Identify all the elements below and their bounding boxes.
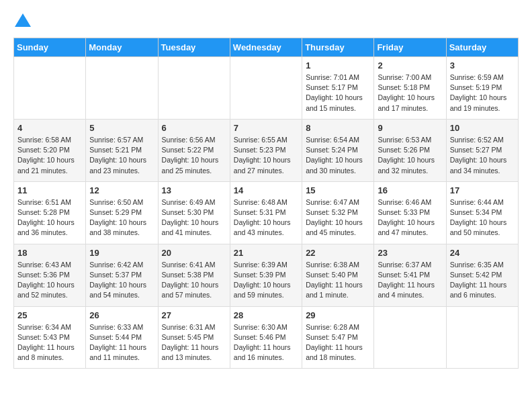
day-info: Sunrise: 6:39 AM Sunset: 5:39 PM Dayligh… — [234, 260, 298, 301]
logo-icon — [15, 13, 31, 27]
day-number: 28 — [234, 310, 298, 320]
week-row-4: 18Sunrise: 6:43 AM Sunset: 5:36 PM Dayli… — [14, 244, 519, 306]
day-info: Sunrise: 7:00 AM Sunset: 5:18 PM Dayligh… — [378, 73, 442, 113]
day-cell: 14Sunrise: 6:48 AM Sunset: 5:31 PM Dayli… — [230, 181, 302, 244]
day-cell: 25Sunrise: 6:34 AM Sunset: 5:43 PM Dayli… — [14, 306, 86, 369]
day-cell: 19Sunrise: 6:42 AM Sunset: 5:37 PM Dayli… — [86, 244, 158, 306]
day-number: 10 — [450, 123, 515, 133]
day-cell — [446, 306, 518, 369]
day-info: Sunrise: 6:43 AM Sunset: 5:36 PM Dayligh… — [17, 260, 82, 301]
day-cell: 11Sunrise: 6:51 AM Sunset: 5:28 PM Dayli… — [14, 181, 86, 244]
calendar-table: SundayMondayTuesdayWednesdayThursdayFrid… — [13, 38, 519, 369]
day-info: Sunrise: 6:55 AM Sunset: 5:23 PM Dayligh… — [234, 135, 298, 176]
day-cell — [230, 57, 302, 120]
page-header — [13, 13, 519, 31]
day-info: Sunrise: 6:54 AM Sunset: 5:24 PM Dayligh… — [306, 135, 370, 176]
week-row-3: 11Sunrise: 6:51 AM Sunset: 5:28 PM Dayli… — [14, 181, 519, 244]
day-cell: 17Sunrise: 6:44 AM Sunset: 5:34 PM Dayli… — [446, 181, 518, 244]
day-number: 24 — [450, 248, 515, 258]
day-number: 17 — [450, 185, 515, 195]
day-info: Sunrise: 6:53 AM Sunset: 5:26 PM Dayligh… — [378, 135, 442, 176]
day-info: Sunrise: 6:58 AM Sunset: 5:20 PM Dayligh… — [17, 135, 82, 176]
day-info: Sunrise: 6:34 AM Sunset: 5:43 PM Dayligh… — [17, 322, 82, 363]
week-row-1: 1Sunrise: 7:01 AM Sunset: 5:17 PM Daylig… — [14, 57, 519, 120]
day-info: Sunrise: 6:37 AM Sunset: 5:41 PM Dayligh… — [378, 260, 442, 301]
day-cell: 15Sunrise: 6:47 AM Sunset: 5:32 PM Dayli… — [302, 181, 374, 244]
day-number: 16 — [378, 185, 442, 195]
day-info: Sunrise: 6:38 AM Sunset: 5:40 PM Dayligh… — [306, 260, 370, 301]
day-info: Sunrise: 6:51 AM Sunset: 5:28 PM Dayligh… — [17, 197, 82, 238]
day-info: Sunrise: 7:01 AM Sunset: 5:17 PM Dayligh… — [306, 73, 370, 113]
day-cell — [14, 57, 86, 120]
day-cell: 18Sunrise: 6:43 AM Sunset: 5:36 PM Dayli… — [14, 244, 86, 306]
day-cell: 7Sunrise: 6:55 AM Sunset: 5:23 PM Daylig… — [230, 119, 302, 181]
day-number: 27 — [162, 310, 226, 320]
day-info: Sunrise: 6:28 AM Sunset: 5:47 PM Dayligh… — [306, 322, 370, 363]
header-monday: Monday — [86, 38, 158, 57]
day-number: 2 — [378, 60, 442, 71]
day-cell: 12Sunrise: 6:50 AM Sunset: 5:29 PM Dayli… — [86, 181, 158, 244]
day-info: Sunrise: 6:56 AM Sunset: 5:22 PM Dayligh… — [162, 135, 226, 176]
day-cell — [86, 57, 158, 120]
day-cell: 9Sunrise: 6:53 AM Sunset: 5:26 PM Daylig… — [374, 119, 446, 181]
day-number: 14 — [234, 185, 298, 195]
day-number: 29 — [306, 310, 370, 320]
day-number: 7 — [234, 123, 298, 133]
day-number: 25 — [17, 310, 82, 320]
day-cell: 8Sunrise: 6:54 AM Sunset: 5:24 PM Daylig… — [302, 119, 374, 181]
day-number: 11 — [17, 185, 82, 195]
day-info: Sunrise: 6:46 AM Sunset: 5:33 PM Dayligh… — [378, 197, 442, 238]
day-number: 19 — [89, 248, 154, 258]
header-row: SundayMondayTuesdayWednesdayThursdayFrid… — [14, 38, 519, 57]
day-cell: 2Sunrise: 7:00 AM Sunset: 5:18 PM Daylig… — [374, 57, 446, 120]
day-info: Sunrise: 6:41 AM Sunset: 5:38 PM Dayligh… — [162, 260, 226, 301]
day-number: 13 — [162, 185, 226, 195]
day-info: Sunrise: 6:31 AM Sunset: 5:45 PM Dayligh… — [162, 322, 226, 363]
day-cell: 5Sunrise: 6:57 AM Sunset: 5:21 PM Daylig… — [86, 119, 158, 181]
day-cell: 10Sunrise: 6:52 AM Sunset: 5:27 PM Dayli… — [446, 119, 518, 181]
day-number: 5 — [89, 123, 154, 133]
day-number: 20 — [162, 248, 226, 258]
day-cell: 1Sunrise: 7:01 AM Sunset: 5:17 PM Daylig… — [302, 57, 374, 120]
day-cell: 20Sunrise: 6:41 AM Sunset: 5:38 PM Dayli… — [158, 244, 230, 306]
day-number: 9 — [378, 123, 442, 133]
week-row-2: 4Sunrise: 6:58 AM Sunset: 5:20 PM Daylig… — [14, 119, 519, 181]
day-number: 22 — [306, 248, 370, 258]
day-number: 4 — [17, 123, 82, 133]
logo-text — [13, 13, 31, 31]
day-info: Sunrise: 6:35 AM Sunset: 5:42 PM Dayligh… — [450, 260, 515, 301]
day-number: 8 — [306, 123, 370, 133]
week-row-5: 25Sunrise: 6:34 AM Sunset: 5:43 PM Dayli… — [14, 306, 519, 369]
header-sunday: Sunday — [14, 38, 86, 57]
day-number: 15 — [306, 185, 370, 195]
header-tuesday: Tuesday — [158, 38, 230, 57]
day-info: Sunrise: 6:59 AM Sunset: 5:19 PM Dayligh… — [450, 73, 515, 113]
header-saturday: Saturday — [446, 38, 518, 57]
day-number: 26 — [89, 310, 154, 320]
day-cell: 16Sunrise: 6:46 AM Sunset: 5:33 PM Dayli… — [374, 181, 446, 244]
day-info: Sunrise: 6:52 AM Sunset: 5:27 PM Dayligh… — [450, 135, 515, 176]
day-cell: 23Sunrise: 6:37 AM Sunset: 5:41 PM Dayli… — [374, 244, 446, 306]
day-info: Sunrise: 6:42 AM Sunset: 5:37 PM Dayligh… — [89, 260, 154, 301]
day-cell: 3Sunrise: 6:59 AM Sunset: 5:19 PM Daylig… — [446, 57, 518, 120]
day-number: 12 — [89, 185, 154, 195]
day-info: Sunrise: 6:50 AM Sunset: 5:29 PM Dayligh… — [89, 197, 154, 238]
header-wednesday: Wednesday — [230, 38, 302, 57]
day-info: Sunrise: 6:44 AM Sunset: 5:34 PM Dayligh… — [450, 197, 515, 238]
day-cell: 29Sunrise: 6:28 AM Sunset: 5:47 PM Dayli… — [302, 306, 374, 369]
day-cell: 24Sunrise: 6:35 AM Sunset: 5:42 PM Dayli… — [446, 244, 518, 306]
day-number: 3 — [450, 60, 515, 71]
header-thursday: Thursday — [302, 38, 374, 57]
day-cell — [158, 57, 230, 120]
day-number: 6 — [162, 123, 226, 133]
day-info: Sunrise: 6:49 AM Sunset: 5:30 PM Dayligh… — [162, 197, 226, 238]
day-cell: 27Sunrise: 6:31 AM Sunset: 5:45 PM Dayli… — [158, 306, 230, 369]
day-info: Sunrise: 6:33 AM Sunset: 5:44 PM Dayligh… — [89, 322, 154, 363]
day-number: 21 — [234, 248, 298, 258]
header-friday: Friday — [374, 38, 446, 57]
day-cell: 21Sunrise: 6:39 AM Sunset: 5:39 PM Dayli… — [230, 244, 302, 306]
day-cell: 22Sunrise: 6:38 AM Sunset: 5:40 PM Dayli… — [302, 244, 374, 306]
svg-marker-0 — [15, 13, 31, 27]
day-number: 23 — [378, 248, 442, 258]
day-cell: 28Sunrise: 6:30 AM Sunset: 5:46 PM Dayli… — [230, 306, 302, 369]
